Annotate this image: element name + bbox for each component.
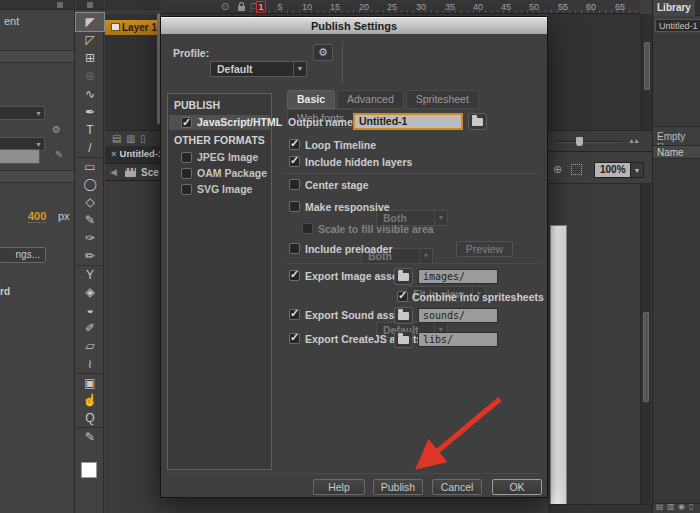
wrench-icon[interactable]: ⚙ bbox=[52, 124, 61, 135]
width-tool[interactable]: ≀ bbox=[76, 355, 104, 373]
dialog-title[interactable]: Publish Settings bbox=[161, 17, 547, 34]
help-button[interactable]: Help bbox=[313, 479, 365, 495]
timeline-frames-area[interactable] bbox=[548, 14, 652, 130]
delete-icon[interactable]: ▯ bbox=[689, 502, 693, 511]
scrollbar-thumb[interactable] bbox=[644, 42, 650, 90]
pasteboard[interactable] bbox=[548, 184, 652, 513]
image-assets-browse-button[interactable] bbox=[394, 268, 413, 285]
include-preloader-checkbox[interactable] bbox=[289, 243, 300, 254]
sound-assets-path-input[interactable]: sounds/ bbox=[418, 308, 498, 323]
layer-row[interactable]: Layer 1 bbox=[105, 20, 161, 35]
timeline-vertical-scrollbar[interactable] bbox=[641, 14, 652, 130]
profile-select[interactable]: Default ▼ bbox=[210, 61, 307, 77]
profile-options-button[interactable]: ⚙ bbox=[313, 44, 333, 61]
tab-spritesheet[interactable]: Spritesheet bbox=[406, 90, 479, 109]
format-checkbox[interactable] bbox=[181, 184, 192, 195]
ink-bottle-tool[interactable]: ◒ bbox=[76, 301, 104, 319]
properties-section-bar[interactable] bbox=[0, 50, 75, 63]
stroke-color-tool[interactable]: ✎ bbox=[76, 427, 104, 445]
format-label[interactable]: OAM Package bbox=[197, 166, 267, 181]
export-createjs-checkbox[interactable] bbox=[289, 333, 300, 344]
text-tool[interactable]: T bbox=[76, 121, 104, 139]
polystar-tool[interactable]: ◇ bbox=[76, 193, 104, 211]
tab-advanced[interactable]: Advanced bbox=[337, 90, 404, 109]
make-responsive-checkbox[interactable] bbox=[289, 201, 300, 212]
createjs-assets-browse-button[interactable] bbox=[394, 331, 413, 348]
back-arrow-icon[interactable]: ◀ bbox=[110, 167, 117, 177]
format-label[interactable]: JavaScript/HTML bbox=[197, 115, 282, 130]
export-sound-checkbox[interactable] bbox=[289, 309, 300, 320]
format-javascript-html[interactable]: JavaScript/HTML bbox=[169, 115, 270, 130]
edit-symbols-icon[interactable] bbox=[571, 164, 582, 175]
eyedropper-tool[interactable]: ✐ bbox=[76, 319, 104, 337]
brush-tool[interactable]: ✏ bbox=[76, 247, 104, 265]
format-svg-image[interactable]: SVG Image bbox=[169, 182, 270, 197]
tab-library[interactable]: Library bbox=[653, 0, 695, 16]
delete-layer-icon[interactable]: ▯ bbox=[140, 133, 146, 144]
lasso-tool[interactable]: ∿ bbox=[76, 85, 104, 103]
timeline-zoom-thumb[interactable] bbox=[576, 137, 583, 146]
timeline-zoom-track[interactable] bbox=[556, 141, 622, 143]
publish-button[interactable]: Publish bbox=[373, 479, 423, 495]
oval-tool[interactable]: ◯ bbox=[76, 175, 104, 193]
format-label[interactable]: JPEG Image bbox=[197, 150, 258, 165]
export-image-checkbox[interactable] bbox=[289, 270, 300, 281]
panel-menu-icon[interactable] bbox=[87, 2, 93, 8]
paint-brush-tool[interactable]: ✑ bbox=[76, 229, 104, 247]
layer-name[interactable]: Layer 1 bbox=[122, 22, 157, 33]
frame-size-icon[interactable]: ▲▲ bbox=[628, 137, 638, 144]
fill-color-swatch[interactable] bbox=[81, 462, 97, 478]
format-jpeg-image[interactable]: JPEG Image bbox=[169, 150, 270, 165]
rectangle-tool[interactable]: ▭ bbox=[76, 157, 104, 175]
free-transform-tool[interactable]: ⊞ bbox=[76, 49, 104, 67]
center-frame-icon[interactable]: ⊕ bbox=[553, 163, 562, 176]
output-browse-button[interactable] bbox=[468, 113, 487, 130]
subselection-tool[interactable]: ◸ bbox=[76, 31, 104, 49]
ok-button[interactable]: OK bbox=[492, 479, 542, 495]
eraser-tool[interactable]: ▱ bbox=[76, 337, 104, 355]
scrollbar-thumb[interactable] bbox=[643, 312, 649, 402]
properties-text-field[interactable] bbox=[0, 149, 40, 164]
sound-assets-browse-button[interactable] bbox=[394, 307, 413, 324]
lock-icon[interactable] bbox=[237, 2, 246, 12]
document-tab-label[interactable]: Untitled-1 bbox=[120, 148, 161, 159]
panel-menu-icon[interactable] bbox=[57, 2, 63, 8]
pencil-tool[interactable]: ✎ bbox=[76, 211, 104, 229]
playhead[interactable]: 1 bbox=[256, 1, 266, 13]
document-tab[interactable]: ×Untitled-1 bbox=[105, 146, 161, 163]
timeline-ruler[interactable]: ⊙ □ 1 5 10 15 20 25 30 35 40 45 50 55 60… bbox=[161, 0, 640, 14]
cancel-button[interactable]: Cancel bbox=[432, 479, 482, 495]
stage-height-value[interactable]: 400 bbox=[28, 210, 46, 223]
properties-dropdown-1[interactable]: ▼ bbox=[0, 106, 45, 120]
library-item-list[interactable] bbox=[653, 159, 700, 503]
bone-tool[interactable]: Y bbox=[76, 265, 104, 283]
library-name-column-header[interactable]: Name bbox=[653, 145, 700, 159]
line-tool[interactable]: / bbox=[76, 139, 104, 157]
paint-bucket-tool[interactable]: ◈ bbox=[76, 283, 104, 301]
properties-icon[interactable]: ◉ bbox=[678, 502, 685, 511]
format-checkbox[interactable] bbox=[181, 152, 192, 163]
image-assets-path-input[interactable]: images/ bbox=[418, 269, 498, 284]
hand-tool[interactable]: ☝ bbox=[76, 391, 104, 409]
pen-tool[interactable]: ✒ bbox=[76, 103, 104, 121]
new-layer-icon[interactable]: ▤ bbox=[112, 133, 121, 144]
zoom-tool[interactable]: Q bbox=[76, 409, 104, 427]
output-name-input[interactable]: Untitled-1 bbox=[353, 113, 463, 130]
camera-tool[interactable]: ▣ bbox=[76, 373, 104, 391]
stage-zoom-select[interactable]: 100% ▼ bbox=[594, 162, 644, 178]
close-icon[interactable]: × bbox=[111, 148, 117, 159]
format-checkbox[interactable] bbox=[181, 117, 192, 128]
properties-section-bar-2[interactable] bbox=[0, 170, 75, 183]
format-label[interactable]: SVG Image bbox=[197, 182, 252, 197]
edit-pencil-icon[interactable]: ✎ bbox=[55, 149, 63, 160]
library-document-select[interactable]: Untitled-1 bbox=[655, 19, 700, 32]
stage-edge[interactable] bbox=[550, 225, 567, 505]
combine-spritesheets-checkbox[interactable] bbox=[397, 291, 408, 302]
format-checkbox[interactable] bbox=[181, 168, 192, 179]
new-symbol-icon[interactable]: ▤ bbox=[656, 502, 664, 511]
scene-label-fragment[interactable]: Sce bbox=[141, 167, 159, 178]
settings-button[interactable]: ngs... bbox=[0, 247, 46, 263]
createjs-assets-path-input[interactable]: libs/ bbox=[418, 332, 498, 347]
format-oam-package[interactable]: OAM Package bbox=[169, 166, 270, 181]
center-stage-checkbox[interactable] bbox=[289, 179, 300, 190]
